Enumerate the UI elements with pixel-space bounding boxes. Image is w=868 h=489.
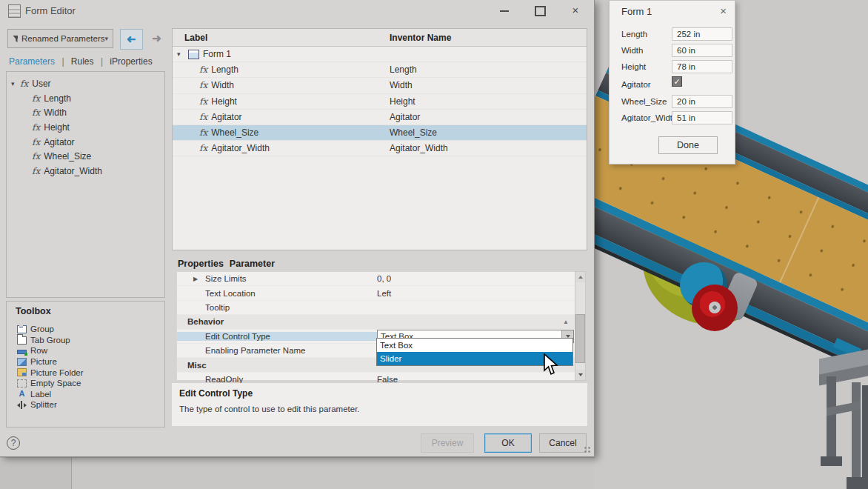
close-icon[interactable]: × <box>720 4 727 17</box>
property-category-behavior[interactable]: Behavior ▲ <box>177 315 575 329</box>
screen: Form Editor × Renamed Parameters ▾ ➜ ➜ P… <box>0 0 868 489</box>
field-agitator: Agitator ✓ <box>621 78 732 91</box>
picture-icon <box>17 358 27 366</box>
tree-expanded-icon: ▾ <box>177 50 186 58</box>
ok-button[interactable]: OK <box>484 433 532 453</box>
table-header: Label Inventor Name <box>173 29 587 47</box>
empty-space-icon <box>17 379 27 387</box>
parameter-filter-dropdown[interactable]: Renamed Parameters ▾ <box>7 29 113 48</box>
property-row-text-location[interactable]: Text Location Left <box>177 286 575 300</box>
maximize-button[interactable] <box>529 3 551 18</box>
field-width: Width 60 in <box>621 44 732 57</box>
table-row[interactable]: fxHeight Height <box>173 94 587 110</box>
close-button[interactable]: × <box>564 3 587 18</box>
scroll-down-button[interactable] <box>575 370 585 380</box>
source-tabs: Parameters | Rules | iProperties <box>9 56 157 67</box>
expand-icon[interactable]: ▶ <box>193 276 198 282</box>
field-length: Length 252 in <box>621 27 732 41</box>
picture-folder-icon <box>17 368 27 376</box>
mouse-cursor <box>543 353 561 376</box>
agitator-checkbox[interactable]: ✓ <box>672 76 682 87</box>
tree-node-length[interactable]: fxLength <box>32 91 164 106</box>
tree-node-agitator-width[interactable]: fxAgitator_Width <box>32 164 164 179</box>
property-row-tooltip[interactable]: Tooltip <box>177 301 575 315</box>
field-wheel-size: Wheel_Size 20 in <box>621 95 732 108</box>
length-input[interactable]: 252 in <box>672 27 732 41</box>
field-height: Height 78 in <box>621 60 732 73</box>
preview-button[interactable]: Preview <box>421 433 474 453</box>
form1-preview-panel: Form 1 × Length 252 in Width 60 in Heigh… <box>609 0 735 164</box>
minimize-button[interactable] <box>493 3 515 18</box>
done-button[interactable]: Done <box>658 136 718 154</box>
toolbox-item-tab-group[interactable]: Tab Group <box>7 335 164 346</box>
form-layout-table: Label Inventor Name ▾ Form 1 fxLength Le… <box>172 28 587 250</box>
tab-parameter[interactable]: Parameter <box>230 259 275 269</box>
toolbox-item-picture-folder[interactable]: Picture Folder <box>7 367 164 378</box>
resize-grip[interactable] <box>584 446 591 453</box>
tree-node-user[interactable]: ▾ fx User <box>11 76 164 91</box>
property-grid-scrollbar[interactable] <box>575 271 586 381</box>
scrollbar-thumb[interactable] <box>575 314 585 363</box>
property-row-size-limits[interactable]: ▶Size Limits 0, 0 <box>177 272 575 286</box>
dialog-title: Form Editor <box>25 5 76 16</box>
label-icon: A <box>17 390 27 398</box>
back-button[interactable]: ➜ <box>120 29 143 50</box>
fx-icon: fx <box>32 151 40 162</box>
collapse-icon[interactable]: ▲ <box>563 319 569 325</box>
parameter-tree: ▾ fx User fxLength fxWidth fxHeight fxAg… <box>6 71 165 298</box>
table-row[interactable]: fxWidth Width <box>173 78 587 93</box>
back-arrow-icon: ➜ <box>127 30 136 49</box>
field-agitator-width: Agitator_Width 51 in <box>621 111 732 124</box>
tab-parameters[interactable]: Parameters <box>9 56 55 67</box>
table-row[interactable]: fxLength Length <box>173 62 587 78</box>
table-row[interactable]: fxAgitator_Width Agitator_Width <box>173 141 587 156</box>
agitator-width-input[interactable]: 51 in <box>672 111 732 124</box>
wheel-hub <box>709 302 721 313</box>
toolbox-item-label[interactable]: ALabel <box>7 389 164 400</box>
title-bar[interactable]: Form Editor × <box>0 0 594 21</box>
tree-node-width[interactable]: fxWidth <box>32 105 164 120</box>
filter-icon <box>13 35 18 43</box>
toolbox-item-group[interactable]: Group <box>7 324 164 335</box>
property-description: Edit Control Type The type of control to… <box>172 383 587 426</box>
height-input[interactable]: 78 in <box>672 60 732 73</box>
toolbox-item-picture[interactable]: Picture <box>7 356 164 367</box>
row-icon <box>17 350 27 354</box>
fx-icon: fx <box>199 112 207 122</box>
tree-node-wheel-size[interactable]: fxWheel_Size <box>32 149 164 164</box>
tree-node-agitator[interactable]: fxAgitator <box>32 135 164 150</box>
tab-iproperties[interactable]: iProperties <box>110 56 152 67</box>
tab-rules[interactable]: Rules <box>71 56 94 67</box>
fx-icon: fx <box>199 143 207 153</box>
toolbox-item-row[interactable]: Row <box>7 345 164 356</box>
fx-icon: fx <box>32 166 40 176</box>
column-label[interactable]: Label <box>173 33 390 43</box>
form-editor-dialog: Form Editor × Renamed Parameters ▾ ➜ ➜ P… <box>0 0 595 457</box>
splitter-icon <box>17 401 27 409</box>
background-panel <box>0 457 595 489</box>
toolbox-item-splitter[interactable]: Splitter <box>7 399 164 410</box>
width-input[interactable]: 60 in <box>672 44 732 57</box>
help-button[interactable]: ? <box>7 436 20 450</box>
fx-icon: fx <box>32 107 40 118</box>
column-inventor-name[interactable]: Inventor Name <box>390 33 451 43</box>
tab-group-icon <box>17 336 27 345</box>
tree-node-height[interactable]: fxHeight <box>32 120 164 135</box>
maximize-icon <box>535 6 546 16</box>
table-row[interactable]: fxAgitator Agitator <box>173 110 587 125</box>
forward-button[interactable]: ➜ <box>146 29 167 48</box>
fx-icon: fx <box>199 127 207 138</box>
toolbox-item-empty-space[interactable]: Empty Space <box>7 378 164 389</box>
cancel-button[interactable]: Cancel <box>539 433 587 453</box>
chevron-down-icon: ▾ <box>104 35 108 42</box>
table-row-selected[interactable]: fxWheel_Size Wheel_Size <box>173 125 587 141</box>
dropdown-option-text-box[interactable]: Text Box <box>377 339 572 352</box>
wheel-size-input[interactable]: 20 in <box>672 95 732 108</box>
forward-arrow-icon: ➜ <box>152 32 161 44</box>
properties-panel: Properties Parameter ▶Size Limits 0, 0 T… <box>172 256 587 383</box>
tab-properties[interactable]: Properties <box>178 259 224 269</box>
form1-title: Form 1 <box>621 6 652 17</box>
table-row-form1[interactable]: ▾ Form 1 <box>173 47 587 62</box>
toolbox-panel: Toolbox Group Tab Group Row Picture Pict… <box>6 301 165 428</box>
scroll-up-button[interactable] <box>575 272 585 282</box>
